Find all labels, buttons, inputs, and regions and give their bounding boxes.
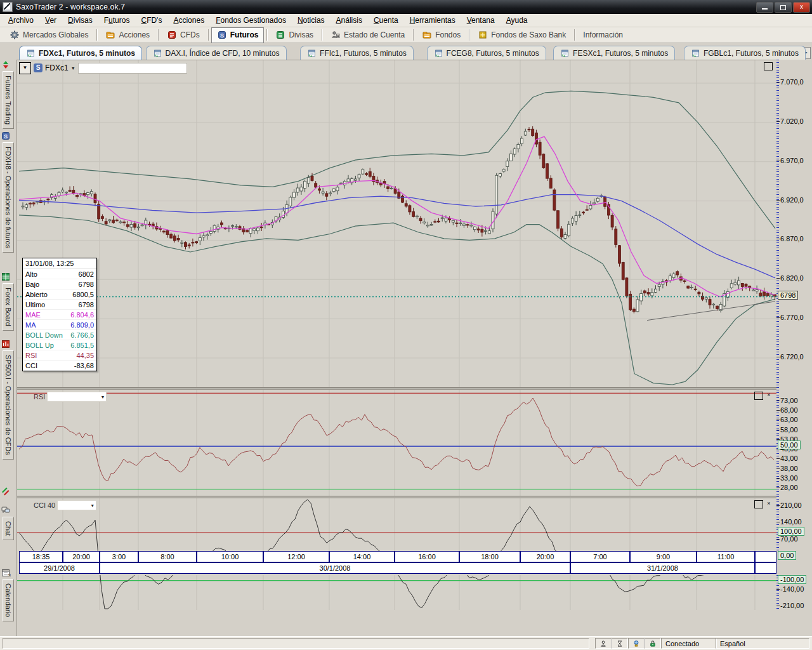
info-row-mae: MAE6.804,6 bbox=[23, 310, 96, 320]
toolbar-button-label: Divisas bbox=[289, 30, 313, 39]
info-row-value: 6.766,5 bbox=[70, 331, 94, 339]
symbol-caret-icon: ▼ bbox=[71, 66, 75, 70]
info-row-label: Abierto bbox=[25, 291, 48, 298]
toolbar-button-estado-de-cuenta[interactable]: Estado de Cuenta bbox=[325, 27, 410, 43]
toolbar-button-futuros[interactable]: SFuturos bbox=[211, 27, 265, 43]
info-row-value: 6.851,5 bbox=[70, 342, 94, 349]
status-hourglass-icon bbox=[612, 638, 628, 649]
toolbar-button-acciones[interactable]: Acciones bbox=[100, 27, 155, 43]
price-chart-panel: ▼ S FDXc1 ▼ 31/01/08, 13:25 Alto6802Bajo… bbox=[17, 60, 776, 388]
info-row-bajo: Bajo6798 bbox=[23, 279, 96, 289]
cci-close-button[interactable]: × bbox=[765, 500, 773, 507]
info-row-value: 44,35 bbox=[76, 352, 94, 359]
price-tick-label: 7.070,0 bbox=[780, 78, 804, 86]
folder-orange-icon bbox=[105, 30, 115, 40]
menu-item-fondos-gestionados[interactable]: Fondos Gestionados bbox=[210, 15, 292, 26]
darts-icon bbox=[1, 486, 15, 496]
toolbar: Mercados GlobalesAccionesCFDsSFuturosDiv… bbox=[0, 27, 812, 43]
sidebar-item-label: Chat bbox=[3, 517, 14, 540]
time-cell-11-00: 11:00 bbox=[697, 551, 755, 562]
sidebar-item-chat[interactable]: Chat bbox=[1, 505, 15, 541]
toolbar-button-informacion[interactable]: Información bbox=[577, 27, 629, 43]
rsi-panel: RSI ▼ × bbox=[17, 389, 776, 496]
symbol-input[interactable] bbox=[78, 63, 187, 74]
menu-item-ayuda[interactable]: Ayuda bbox=[501, 15, 534, 26]
chart-maximize-button[interactable] bbox=[764, 62, 773, 70]
toolbar-button-cfds[interactable]: CFDs bbox=[161, 27, 206, 43]
tab-fgblc1[interactable]: FGBLc1, Futuros, 5 minutos bbox=[684, 46, 806, 60]
tab-fesxc1[interactable]: FESXc1, Futuros, 5 minutos bbox=[553, 46, 675, 60]
sidebar-item-futures-trading[interactable]: Futures Trading bbox=[1, 60, 15, 130]
cci-tick-label: 210,00 bbox=[780, 501, 802, 509]
info-row-value: 6798 bbox=[79, 281, 94, 288]
doc-tab-icon bbox=[434, 49, 443, 58]
time-axis[interactable]: 18:3520:003:008:0010:0012:0014:0016:0018… bbox=[17, 551, 812, 575]
updown-arrows-icon bbox=[1, 60, 15, 70]
sidebar-item-label: FDXH8 - Operaciones de futuros bbox=[3, 142, 14, 253]
toolbar-button-fondos-de-saxo-bank[interactable]: Fondos de Saxo Bank bbox=[472, 27, 572, 43]
toolbar-button-mercados-globales[interactable]: Mercados Globales bbox=[4, 27, 94, 43]
chart-red-icon bbox=[1, 339, 15, 349]
menu-item-ver[interactable]: Ver bbox=[39, 15, 62, 26]
tab-fdxc1[interactable]: FDXc1, Futuros, 5 minutos bbox=[19, 46, 142, 60]
tab-label: FFIc1, Futuros, 5 minutos bbox=[320, 49, 407, 58]
info-row-boll-down: BOLL Down6.766,5 bbox=[23, 330, 96, 340]
tab-ffic1[interactable]: FFIc1, Futuros, 5 minutos bbox=[300, 46, 414, 60]
info-row-ma: MA6.809,0 bbox=[23, 320, 96, 330]
toolbar-button-label: Acciones bbox=[119, 30, 150, 39]
menu-item-divisas[interactable]: Divisas bbox=[62, 15, 98, 26]
menu-item-archivo[interactable]: Archivo bbox=[3, 15, 39, 26]
sidebar-item-sp500-i-operaciones-de-cfds[interactable]: SP500.I - Operaciones de CFDs bbox=[1, 339, 15, 461]
menu-item-futuros[interactable]: Futuros bbox=[98, 15, 136, 26]
cci-tick-label: 70,00 bbox=[780, 535, 798, 543]
rsi-close-button[interactable]: × bbox=[765, 392, 773, 399]
sidebar-item-icon-4[interactable] bbox=[1, 486, 15, 496]
current-price-box: 6798 bbox=[778, 291, 798, 300]
price-chart-canvas[interactable] bbox=[17, 60, 776, 388]
sidebar-item-calendario[interactable]: 31Calendario bbox=[1, 567, 15, 623]
sidebar-item-forex-board[interactable]: Forex Board bbox=[1, 272, 15, 332]
info-row-label: CCI bbox=[25, 362, 37, 369]
close-button[interactable]: x bbox=[793, 2, 810, 13]
price-tick-label: 6.870,0 bbox=[780, 235, 804, 242]
toolbar-button-label: Estado de Cuenta bbox=[344, 30, 405, 39]
cci-level-box: 0,00 bbox=[778, 551, 796, 560]
tab-dax-i[interactable]: DAX.I, Índice de CFD, 10 minutos bbox=[146, 46, 287, 60]
status-language: Español bbox=[716, 638, 809, 649]
toolbar-button-divisas[interactable]: Divisas bbox=[270, 27, 319, 43]
cci-settings-input[interactable]: ▼ bbox=[57, 500, 96, 510]
menu-item-cfd-s[interactable]: CFD's bbox=[135, 15, 167, 26]
cci-level-box: 100,00 bbox=[778, 527, 804, 536]
menu-item-analisis[interactable]: Análisis bbox=[331, 15, 368, 26]
cci-tick-label: -210,00 bbox=[780, 602, 804, 609]
doc-tab-icon bbox=[153, 49, 162, 58]
rsi-tick-label: 68,00 bbox=[780, 406, 798, 414]
menu-item-herramientas[interactable]: Herramientas bbox=[404, 15, 461, 26]
sidebar-item-label: Futures Trading bbox=[3, 71, 14, 129]
minimize-button[interactable] bbox=[756, 2, 773, 13]
cci-maximize-button[interactable] bbox=[754, 500, 763, 508]
rsi-chart-canvas[interactable] bbox=[17, 390, 776, 496]
menu-item-ventana[interactable]: Ventana bbox=[461, 15, 501, 26]
rsi-settings-input[interactable]: ▼ bbox=[47, 392, 107, 402]
restore-button[interactable] bbox=[775, 2, 792, 13]
chart-dropdown-button[interactable]: ▼ bbox=[19, 62, 31, 74]
sidebar-item-fdxh8-operaciones-de-futuros[interactable]: SFDXH8 - Operaciones de futuros bbox=[1, 131, 15, 254]
menu-item-cuenta[interactable]: Cuenta bbox=[368, 15, 404, 26]
app-logo-icon bbox=[3, 2, 13, 12]
toolbar-separator bbox=[469, 29, 469, 41]
folder-orange-icon bbox=[422, 30, 432, 40]
tab-fceg8[interactable]: FCEG8, Futuros, 5 minutos bbox=[427, 46, 546, 60]
info-row-value: 6802 bbox=[79, 270, 94, 278]
time-cell-18-35: 18:35 bbox=[19, 551, 63, 562]
rsi-maximize-button[interactable] bbox=[754, 392, 763, 400]
menu-item-noticias[interactable]: Noticias bbox=[292, 15, 331, 26]
toolbar-button-fondos[interactable]: Fondos bbox=[416, 27, 466, 43]
tab-label: FGBLc1, Futuros, 5 minutos bbox=[704, 49, 799, 58]
left-sidebar: Futures TradingSFDXH8 - Operaciones de f… bbox=[0, 60, 17, 636]
status-section-main bbox=[3, 638, 589, 649]
toolbar-button-label: Fondos bbox=[435, 30, 461, 39]
symbol-label[interactable]: FDXc1 bbox=[45, 63, 69, 72]
gear-icon bbox=[10, 30, 20, 40]
menu-item-acciones[interactable]: Acciones bbox=[167, 15, 210, 26]
